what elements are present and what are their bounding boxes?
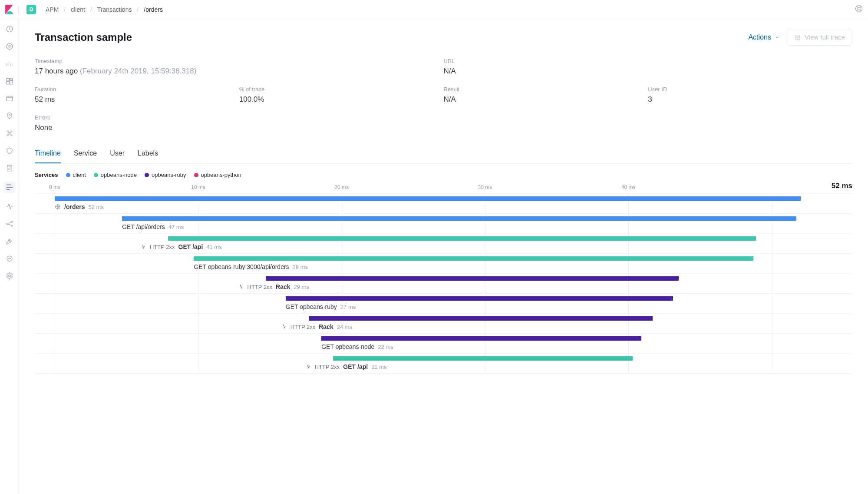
legend-name: opbeans-python <box>201 172 241 178</box>
axis-tick: 40 ms <box>621 184 636 190</box>
span-label: GET /api/orders47 ms <box>122 223 184 230</box>
tab-timeline[interactable]: Timeline <box>35 145 61 163</box>
svg-rect-7 <box>7 82 9 84</box>
gridline <box>772 294 772 313</box>
request-icon <box>305 364 311 370</box>
actions-dropdown[interactable]: Actions <box>748 33 779 41</box>
help-icon[interactable] <box>855 5 863 14</box>
axis-tick: 10 ms <box>191 184 205 190</box>
nav-management-icon[interactable] <box>6 272 13 280</box>
gridline <box>772 334 772 353</box>
breadcrumb-transactions[interactable]: Transactions <box>97 6 132 13</box>
svg-point-13 <box>11 135 12 136</box>
request-icon <box>140 244 146 250</box>
request-icon <box>281 324 287 330</box>
svg-point-18 <box>11 225 12 226</box>
svg-point-14 <box>9 133 10 134</box>
gridline <box>772 354 772 373</box>
space-selector[interactable]: D <box>26 5 36 14</box>
meta-errors-value: None <box>35 123 852 132</box>
chevron-down-icon <box>775 35 780 40</box>
divider <box>18 4 19 15</box>
axis-tick: 30 ms <box>478 184 492 190</box>
axis-tick: 0 ms <box>49 184 60 190</box>
meta-timestamp-value: 17 hours ago (February 24th 2019, 15:59:… <box>35 67 444 76</box>
document-icon <box>794 34 801 41</box>
breadcrumb-apm[interactable]: APM <box>46 6 59 13</box>
request-icon <box>238 284 244 290</box>
span-bar <box>194 256 753 261</box>
tab-labels[interactable]: Labels <box>138 145 158 163</box>
nav-timelion-icon[interactable] <box>6 95 13 103</box>
legend-item[interactable]: client <box>66 172 86 178</box>
span-name: GET /api <box>178 243 203 250</box>
waterfall-row[interactable]: GET opbeans-ruby:3000/api/orders39 ms <box>35 254 852 274</box>
gridline <box>55 274 55 293</box>
legend-item[interactable]: opbeans-node <box>94 172 137 178</box>
waterfall-row[interactable]: HTTP 2xxGET /api41 ms <box>35 234 852 254</box>
waterfall-axis: 52 ms 0 ms10 ms20 ms30 ms40 ms <box>35 182 852 194</box>
tab-service[interactable]: Service <box>74 145 97 163</box>
kibana-logo-icon[interactable] <box>5 5 13 14</box>
nav-apm-icon[interactable] <box>4 182 15 193</box>
nav-uptime-icon[interactable] <box>6 202 13 210</box>
nav-infrastructure-icon[interactable] <box>6 147 13 155</box>
nav-ml-icon[interactable] <box>6 129 13 137</box>
nav-recent-icon[interactable] <box>6 25 13 33</box>
legend-item[interactable]: opbeans-python <box>194 172 241 178</box>
span-label: GET opbeans-node22 ms <box>321 343 393 350</box>
svg-point-16 <box>7 223 8 225</box>
breadcrumb-client[interactable]: client <box>71 6 85 13</box>
nav-monitoring-icon[interactable] <box>6 255 13 262</box>
http-badge: HTTP 2xx <box>315 364 340 370</box>
legend-item[interactable]: opbeans-ruby <box>145 172 186 178</box>
tab-user[interactable]: User <box>110 145 125 163</box>
waterfall-row[interactable]: GET /api/orders47 ms <box>35 214 852 234</box>
span-label: HTTP 2xxRack29 ms <box>238 283 309 290</box>
view-full-trace-label: View full trace <box>805 33 845 41</box>
nav-discover-icon[interactable] <box>6 43 13 50</box>
span-name: Rack <box>319 323 333 330</box>
nav-logs-icon[interactable] <box>6 164 13 172</box>
http-badge: HTTP 2xx <box>150 244 175 250</box>
side-nav <box>0 19 19 391</box>
span-name: GET opbeans-ruby <box>286 303 337 310</box>
nav-maps-icon[interactable] <box>6 112 13 120</box>
span-label: GET opbeans-ruby:3000/api/orders39 ms <box>194 263 308 270</box>
waterfall-row[interactable]: HTTP 2xxRack29 ms <box>35 274 852 294</box>
nav-dashboard-icon[interactable] <box>6 77 13 85</box>
services-legend: Services clientopbeans-nodeopbeans-rubyo… <box>35 172 852 178</box>
meta-duration-value: 52 ms <box>35 95 239 104</box>
span-bar <box>55 196 801 201</box>
waterfall-row[interactable]: GET opbeans-node22 ms <box>35 334 852 354</box>
span-duration: 29 ms <box>294 284 309 290</box>
nav-visualize-icon[interactable] <box>6 60 13 68</box>
view-full-trace-button[interactable]: View full trace <box>787 29 852 46</box>
span-duration: 22 ms <box>378 344 393 350</box>
nav-graph-icon[interactable] <box>6 220 13 228</box>
nav-devtools-icon[interactable] <box>6 237 13 245</box>
span-bar <box>168 236 756 241</box>
span-bar <box>309 316 653 321</box>
gridline <box>198 354 198 373</box>
span-bar <box>321 336 641 341</box>
svg-rect-6 <box>10 81 12 84</box>
meta-result-value: N/A <box>444 95 648 104</box>
span-name: GET opbeans-node <box>321 343 374 350</box>
waterfall-row[interactable]: HTTP 2xxGET /api21 ms <box>35 354 852 374</box>
actions-label: Actions <box>748 33 771 41</box>
waterfall-row[interactable]: HTTP 2xxRack24 ms <box>35 314 852 334</box>
gridline <box>198 334 198 353</box>
waterfall-row[interactable]: GET opbeans-ruby27 ms <box>35 294 852 314</box>
main-content: Transaction sample Actions View full tra… <box>19 19 868 391</box>
span-duration: 24 ms <box>337 324 352 330</box>
waterfall-row[interactable]: /orders52 ms <box>35 194 852 214</box>
breadcrumb: APM / client / Transactions / /orders <box>46 6 163 13</box>
svg-point-9 <box>9 114 10 116</box>
gridline <box>55 294 55 313</box>
gridline <box>772 234 772 253</box>
svg-rect-5 <box>10 78 12 80</box>
span-bar <box>286 296 673 301</box>
legend-title: Services <box>35 172 58 178</box>
svg-point-12 <box>7 135 8 136</box>
